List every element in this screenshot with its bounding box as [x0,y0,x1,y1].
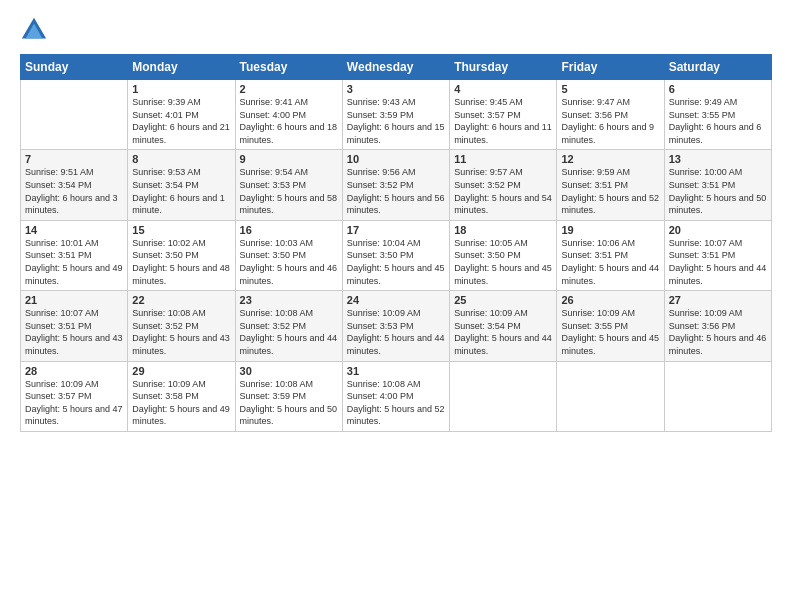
calendar-cell: 16Sunrise: 10:03 AMSunset: 3:50 PMDaylig… [235,220,342,290]
calendar-cell: 22Sunrise: 10:08 AMSunset: 3:52 PMDaylig… [128,291,235,361]
weekday-header: Monday [128,55,235,80]
calendar-cell [21,80,128,150]
weekday-header: Saturday [664,55,771,80]
calendar-week-row: 1Sunrise: 9:39 AMSunset: 4:01 PMDaylight… [21,80,772,150]
weekday-header: Friday [557,55,664,80]
weekday-header: Wednesday [342,55,449,80]
calendar-cell: 23Sunrise: 10:08 AMSunset: 3:52 PMDaylig… [235,291,342,361]
calendar-cell: 20Sunrise: 10:07 AMSunset: 3:51 PMDaylig… [664,220,771,290]
day-info: Sunrise: 10:02 AMSunset: 3:50 PMDaylight… [132,237,230,287]
day-number: 27 [669,294,767,306]
day-number: 3 [347,83,445,95]
calendar-cell: 26Sunrise: 10:09 AMSunset: 3:55 PMDaylig… [557,291,664,361]
calendar-cell: 5Sunrise: 9:47 AMSunset: 3:56 PMDaylight… [557,80,664,150]
day-number: 24 [347,294,445,306]
day-number: 19 [561,224,659,236]
calendar-cell: 21Sunrise: 10:07 AMSunset: 3:51 PMDaylig… [21,291,128,361]
calendar-cell: 17Sunrise: 10:04 AMSunset: 3:50 PMDaylig… [342,220,449,290]
calendar-cell: 9Sunrise: 9:54 AMSunset: 3:53 PMDaylight… [235,150,342,220]
day-info: Sunrise: 10:07 AMSunset: 3:51 PMDaylight… [669,237,767,287]
calendar-cell: 1Sunrise: 9:39 AMSunset: 4:01 PMDaylight… [128,80,235,150]
calendar-cell: 11Sunrise: 9:57 AMSunset: 3:52 PMDayligh… [450,150,557,220]
day-info: Sunrise: 10:09 AMSunset: 3:54 PMDaylight… [454,307,552,357]
day-info: Sunrise: 9:49 AMSunset: 3:55 PMDaylight:… [669,96,767,146]
day-info: Sunrise: 9:51 AMSunset: 3:54 PMDaylight:… [25,166,123,216]
day-number: 16 [240,224,338,236]
day-number: 17 [347,224,445,236]
day-number: 20 [669,224,767,236]
day-info: Sunrise: 9:54 AMSunset: 3:53 PMDaylight:… [240,166,338,216]
day-info: Sunrise: 10:04 AMSunset: 3:50 PMDaylight… [347,237,445,287]
day-number: 6 [669,83,767,95]
day-number: 8 [132,153,230,165]
calendar-cell: 14Sunrise: 10:01 AMSunset: 3:51 PMDaylig… [21,220,128,290]
calendar-cell: 2Sunrise: 9:41 AMSunset: 4:00 PMDaylight… [235,80,342,150]
calendar-week-row: 21Sunrise: 10:07 AMSunset: 3:51 PMDaylig… [21,291,772,361]
day-number: 12 [561,153,659,165]
day-number: 15 [132,224,230,236]
day-number: 1 [132,83,230,95]
day-number: 18 [454,224,552,236]
day-number: 26 [561,294,659,306]
day-info: Sunrise: 10:09 AMSunset: 3:55 PMDaylight… [561,307,659,357]
day-number: 30 [240,365,338,377]
day-info: Sunrise: 10:06 AMSunset: 3:51 PMDaylight… [561,237,659,287]
calendar-cell: 27Sunrise: 10:09 AMSunset: 3:56 PMDaylig… [664,291,771,361]
day-number: 7 [25,153,123,165]
logo [20,16,52,44]
day-number: 4 [454,83,552,95]
day-number: 25 [454,294,552,306]
day-number: 22 [132,294,230,306]
day-number: 23 [240,294,338,306]
day-number: 5 [561,83,659,95]
calendar-cell: 4Sunrise: 9:45 AMSunset: 3:57 PMDaylight… [450,80,557,150]
calendar-week-row: 7Sunrise: 9:51 AMSunset: 3:54 PMDaylight… [21,150,772,220]
calendar-cell: 12Sunrise: 9:59 AMSunset: 3:51 PMDayligh… [557,150,664,220]
header [20,16,772,44]
day-info: Sunrise: 9:39 AMSunset: 4:01 PMDaylight:… [132,96,230,146]
weekday-header: Thursday [450,55,557,80]
day-info: Sunrise: 10:08 AMSunset: 3:59 PMDaylight… [240,378,338,428]
day-number: 9 [240,153,338,165]
calendar-cell: 3Sunrise: 9:43 AMSunset: 3:59 PMDaylight… [342,80,449,150]
day-number: 11 [454,153,552,165]
day-number: 31 [347,365,445,377]
calendar-cell: 24Sunrise: 10:09 AMSunset: 3:53 PMDaylig… [342,291,449,361]
day-number: 29 [132,365,230,377]
calendar-cell [450,361,557,431]
day-info: Sunrise: 9:45 AMSunset: 3:57 PMDaylight:… [454,96,552,146]
day-info: Sunrise: 10:00 AMSunset: 3:51 PMDaylight… [669,166,767,216]
day-info: Sunrise: 9:47 AMSunset: 3:56 PMDaylight:… [561,96,659,146]
calendar-week-row: 28Sunrise: 10:09 AMSunset: 3:57 PMDaylig… [21,361,772,431]
day-info: Sunrise: 10:09 AMSunset: 3:57 PMDaylight… [25,378,123,428]
day-info: Sunrise: 10:09 AMSunset: 3:56 PMDaylight… [669,307,767,357]
calendar-cell: 6Sunrise: 9:49 AMSunset: 3:55 PMDaylight… [664,80,771,150]
day-number: 14 [25,224,123,236]
day-info: Sunrise: 10:05 AMSunset: 3:50 PMDaylight… [454,237,552,287]
calendar-header-row: SundayMondayTuesdayWednesdayThursdayFrid… [21,55,772,80]
day-info: Sunrise: 9:53 AMSunset: 3:54 PMDaylight:… [132,166,230,216]
day-info: Sunrise: 9:59 AMSunset: 3:51 PMDaylight:… [561,166,659,216]
calendar-table: SundayMondayTuesdayWednesdayThursdayFrid… [20,54,772,432]
calendar-cell: 18Sunrise: 10:05 AMSunset: 3:50 PMDaylig… [450,220,557,290]
day-info: Sunrise: 10:09 AMSunset: 3:53 PMDaylight… [347,307,445,357]
day-number: 21 [25,294,123,306]
calendar-cell: 29Sunrise: 10:09 AMSunset: 3:58 PMDaylig… [128,361,235,431]
day-info: Sunrise: 10:09 AMSunset: 3:58 PMDaylight… [132,378,230,428]
day-info: Sunrise: 10:08 AMSunset: 3:52 PMDaylight… [240,307,338,357]
page: SundayMondayTuesdayWednesdayThursdayFrid… [0,0,792,612]
calendar-cell: 10Sunrise: 9:56 AMSunset: 3:52 PMDayligh… [342,150,449,220]
calendar-cell: 13Sunrise: 10:00 AMSunset: 3:51 PMDaylig… [664,150,771,220]
weekday-header: Tuesday [235,55,342,80]
day-info: Sunrise: 9:56 AMSunset: 3:52 PMDaylight:… [347,166,445,216]
calendar-cell: 15Sunrise: 10:02 AMSunset: 3:50 PMDaylig… [128,220,235,290]
day-number: 28 [25,365,123,377]
day-number: 2 [240,83,338,95]
calendar-cell: 31Sunrise: 10:08 AMSunset: 4:00 PMDaylig… [342,361,449,431]
day-info: Sunrise: 10:01 AMSunset: 3:51 PMDaylight… [25,237,123,287]
day-number: 13 [669,153,767,165]
day-info: Sunrise: 9:57 AMSunset: 3:52 PMDaylight:… [454,166,552,216]
weekday-header: Sunday [21,55,128,80]
calendar-week-row: 14Sunrise: 10:01 AMSunset: 3:51 PMDaylig… [21,220,772,290]
calendar-cell [664,361,771,431]
